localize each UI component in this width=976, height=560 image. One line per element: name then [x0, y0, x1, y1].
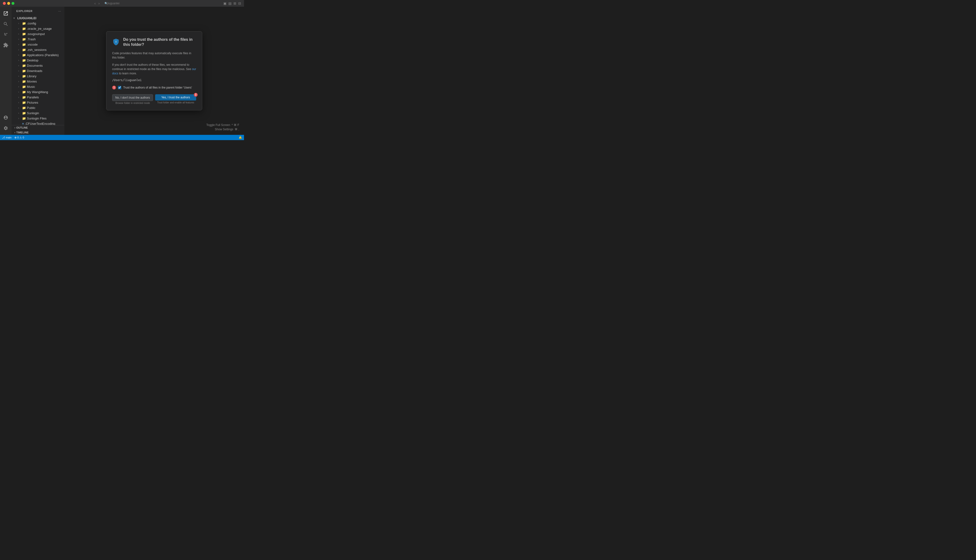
main-content: ! Do you trust the authors of the files …: [64, 7, 244, 135]
timeline-label: TIMELINE: [16, 131, 28, 134]
checkbox-label: Trust the authors of all files in the pa…: [123, 86, 192, 89]
tree-item-downloads[interactable]: › 📁 Downloads: [12, 68, 64, 73]
main-layout: EXPLORER ··· ▾ LIUGUANLEI › 📁 .config › …: [0, 7, 244, 135]
status-notification[interactable]: 🔔: [239, 136, 242, 139]
trust-checkbox[interactable]: [118, 86, 121, 89]
status-left: ⎇ main ⊗ 0 ⚠ 0: [2, 136, 24, 139]
traffic-lights: [3, 2, 14, 5]
dialog-path: /Users/liuguanlei: [112, 78, 196, 82]
dialog-hints: Toggle Full Screen ^ ⌘ F Show Settings ⌘…: [206, 123, 239, 131]
activity-explorer[interactable]: [1, 8, 10, 18]
timeline-section[interactable]: › TIMELINE: [12, 130, 64, 135]
activity-account[interactable]: [1, 113, 10, 122]
tree-item-movies[interactable]: › 📁 Movies: [12, 79, 64, 84]
sidebar-more-button[interactable]: ···: [58, 8, 62, 13]
activity-search[interactable]: [1, 19, 10, 29]
settings-keys: ⌘ ,: [235, 128, 239, 131]
extensions-icon: [3, 42, 8, 48]
tree-item[interactable]: › 📁 Documents: [12, 63, 64, 68]
minimize-button[interactable]: [7, 2, 10, 5]
tree-root[interactable]: ▾ LIUGUANLEI: [12, 15, 64, 21]
status-branch[interactable]: ⎇ main: [2, 136, 12, 139]
status-bar: ⎇ main ⊗ 0 ⚠ 0 🔔: [0, 135, 244, 140]
layout-grid-icon[interactable]: ⊟: [238, 2, 241, 5]
activity-bottom: [1, 113, 10, 133]
dialog-buttons: No, I don't trust the authors Browse fol…: [112, 94, 196, 104]
fullscreen-hint: Toggle Full Screen ^ ⌘ F: [206, 123, 239, 127]
badge-1: 1: [112, 86, 116, 90]
outline-label: OUTLINE: [16, 126, 28, 129]
sidebar-actions: ···: [58, 8, 62, 13]
tree-item-music[interactable]: › 📁 Music: [12, 84, 64, 89]
tree-item[interactable]: › 📁 Pictures: [12, 100, 64, 105]
no-trust-button[interactable]: No, I don't trust the authors: [112, 94, 153, 101]
dialog-checkbox-row: 1 Trust the authors of all files in the …: [112, 86, 196, 90]
search-input[interactable]: [102, 2, 150, 5]
layout-panel-icon[interactable]: ⊞: [234, 2, 236, 5]
sidebar-header: EXPLORER ···: [12, 7, 64, 14]
yes-button-wrapper: 2 Yes, I trust the authors Trust folder …: [155, 94, 196, 104]
tree-item[interactable]: › 📁 Sunlogin: [12, 110, 64, 116]
search-icon: 🔍: [104, 2, 108, 5]
shield-icon: !: [112, 37, 120, 47]
sidebar: EXPLORER ··· ▾ LIUGUANLEI › 📁 .config › …: [12, 7, 64, 135]
tree-item[interactable]: › 📁 My WangWang: [12, 89, 64, 95]
tree-item[interactable]: › 📁 .vscode: [12, 42, 64, 47]
layout-center-icon[interactable]: ▤: [228, 2, 232, 5]
badge-2: 2: [194, 93, 198, 97]
tree-item[interactable]: › 📁 Public: [12, 105, 64, 110]
sidebar-bottom: › OUTLINE › TIMELINE: [12, 125, 64, 135]
tree-item[interactable]: › 📁 .config: [12, 21, 64, 26]
dialog-header: ! Do you trust the authors of the files …: [112, 37, 196, 47]
no-trust-sub: Browse folder in restricted mode: [112, 102, 153, 104]
outline-section[interactable]: › OUTLINE: [12, 125, 64, 130]
svg-text:!: !: [115, 40, 117, 44]
activity-extensions[interactable]: [1, 40, 10, 50]
yes-trust-sub: Trust folder and enable all features: [155, 101, 196, 104]
gear-icon: [3, 126, 8, 130]
dialog-title: Do you trust the authors of the files in…: [123, 37, 196, 47]
source-control-icon: [3, 32, 8, 37]
nav-arrows: ‹ ›: [94, 1, 100, 6]
trust-dialog: ! Do you trust the authors of the files …: [106, 31, 202, 110]
back-arrow[interactable]: ‹: [94, 1, 97, 6]
tree-item[interactable]: › 📁 .zsh_sessions: [12, 47, 64, 52]
layout-sidebar-icon[interactable]: ▣: [223, 2, 226, 5]
tree-item[interactable]: › 📁 Applications (Parallels): [12, 52, 64, 58]
search-bar-wrapper[interactable]: 🔍: [102, 2, 150, 5]
tree-item[interactable]: › 📁 .Trash: [12, 37, 64, 42]
activity-settings[interactable]: [1, 123, 10, 133]
tree-item[interactable]: › 📁 Desktop: [12, 58, 64, 63]
status-right: 🔔: [239, 136, 242, 139]
tree-item[interactable]: › ≡ .CFUserTextEncoding: [12, 121, 64, 125]
root-label: LIUGUANLEI: [17, 16, 36, 20]
forward-arrow[interactable]: ›: [97, 1, 100, 6]
fullscreen-keys: ^ ⌘ F: [232, 123, 239, 127]
sidebar-title: EXPLORER: [16, 10, 33, 12]
tree-item[interactable]: › 📁 Sunlogin Files: [12, 116, 64, 121]
tree-item[interactable]: › 📁 Library: [12, 73, 64, 79]
yes-trust-button[interactable]: Yes, I trust the authors: [155, 94, 196, 100]
dialog-overlay: ! Do you trust the authors of the files …: [64, 7, 244, 135]
status-errors[interactable]: ⊗ 0 ⚠ 0: [14, 136, 24, 139]
titlebar-center: ‹ › 🔍: [94, 1, 150, 6]
file-tree: ▾ LIUGUANLEI › 📁 .config › 📁 .oracle_jre…: [12, 14, 64, 125]
titlebar: ‹ › 🔍 ▣ ▤ ⊞ ⊟: [0, 0, 244, 7]
titlebar-right: ▣ ▤ ⊞ ⊟: [223, 2, 241, 5]
settings-label: Show Settings: [215, 128, 234, 131]
explorer-icon: [3, 11, 8, 16]
account-icon: [3, 115, 8, 120]
root-arrow: ▾: [13, 17, 17, 20]
dialog-buttons-area: No, I don't trust the authors Browse fol…: [112, 94, 196, 104]
activity-source-control[interactable]: [1, 30, 10, 39]
search-icon: [3, 22, 8, 27]
tree-item[interactable]: › 📁 .oracle_jre_usage: [12, 26, 64, 31]
activity-bar: [0, 7, 12, 135]
dialog-body-line1: Code provides features that may automati…: [112, 51, 196, 60]
tree-item[interactable]: › 📁 .sougouinput: [12, 31, 64, 37]
close-button[interactable]: [3, 2, 6, 5]
settings-hint: Show Settings ⌘ ,: [206, 128, 239, 131]
tree-item[interactable]: › 📁 Parallels: [12, 95, 64, 100]
maximize-button[interactable]: [12, 2, 14, 5]
dialog-body-line2: If you don't trust the authors of these …: [112, 63, 196, 76]
